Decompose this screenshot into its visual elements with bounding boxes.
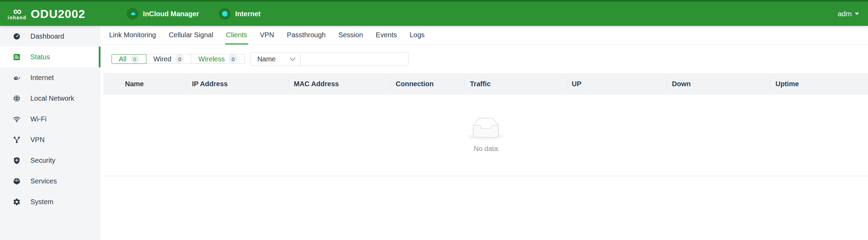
search-field-select[interactable]: Name: [250, 52, 301, 66]
sidebar-item-local-network[interactable]: Local Network: [0, 88, 100, 109]
column-header-mac-address: MAC Address: [288, 73, 390, 94]
internet-icon: e: [13, 74, 21, 82]
tab-events[interactable]: Events: [376, 26, 397, 44]
sidebar-item-services[interactable]: Services: [0, 171, 100, 191]
empty-box-icon: [468, 118, 503, 140]
segment-label: Wired: [153, 55, 171, 63]
brand-logo[interactable]: ∞ inhand ODU2002: [8, 7, 85, 21]
column-header-uptime: Uptime: [770, 73, 868, 94]
sidebar-item-label: Dashboard: [30, 32, 64, 40]
system-gear-icon: [13, 198, 21, 206]
device-model: ODU2002: [31, 7, 85, 21]
internet-status: Internet: [219, 8, 260, 20]
incloud-status-label: InCloud Manager: [143, 10, 199, 18]
tab-vpn[interactable]: VPN: [260, 26, 274, 44]
sidebar: Dashboard Status e Internet: [0, 26, 100, 240]
cloud-icon: [127, 8, 138, 20]
segment-label: All: [119, 55, 126, 63]
sidebar-item-status[interactable]: Status: [0, 47, 100, 67]
sidebar-item-wifi[interactable]: Wi-Fi: [0, 109, 100, 129]
column-header-ip-address: IP Address: [186, 73, 288, 94]
tab-logs[interactable]: Logs: [409, 26, 424, 44]
search-field-value: Name: [257, 55, 276, 63]
tab-bar: Link Monitoring Cellular Signal Clients …: [100, 26, 868, 44]
local-network-icon: [13, 94, 21, 102]
column-header-connection: Connection: [390, 73, 464, 94]
sidebar-item-dashboard[interactable]: Dashboard: [0, 26, 100, 47]
username: adm: [838, 10, 852, 18]
app-header: ∞ inhand ODU2002 InCloud Manager Interne…: [0, 0, 868, 26]
wifi-icon: [13, 115, 21, 123]
table-header-row: Name IP Address MAC Address Connection T…: [104, 73, 868, 94]
sidebar-item-internet[interactable]: e Internet: [0, 67, 100, 88]
segment-wireless-button[interactable]: Wireless 0: [191, 54, 245, 64]
brand-name: inhand: [8, 15, 27, 20]
sidebar-item-label: Status: [30, 53, 50, 61]
incloud-status: InCloud Manager: [127, 8, 199, 20]
sidebar-item-label: Services: [30, 177, 57, 185]
column-header-up: UP: [566, 73, 666, 94]
empty-state: No data: [104, 94, 868, 176]
segment-count-badge: 0: [175, 54, 184, 63]
clients-table: Name IP Address MAC Address Connection T…: [104, 73, 868, 176]
filter-row: All 0 Wired 0 Wireless 0 Name: [112, 52, 868, 66]
tab-session[interactable]: Session: [338, 26, 363, 44]
caret-down-icon: [855, 12, 859, 15]
dot-icon: [219, 8, 231, 20]
sidebar-item-label: Internet: [30, 74, 54, 82]
internet-status-label: Internet: [235, 10, 260, 18]
infinity-logo-icon: ∞: [13, 8, 21, 15]
svg-text:e: e: [14, 74, 18, 81]
services-cube-icon: [13, 177, 21, 185]
segment-wired-button[interactable]: Wired 0: [146, 54, 191, 64]
connection-status-group: InCloud Manager Internet: [127, 8, 261, 20]
search-input[interactable]: [300, 52, 408, 66]
user-menu[interactable]: adm: [838, 10, 859, 18]
segment-label: Wireless: [198, 55, 225, 63]
tab-clients[interactable]: Clients: [226, 26, 247, 44]
tab-passthrough[interactable]: Passthrough: [287, 26, 326, 44]
column-header-down: Down: [666, 73, 770, 94]
dashboard-icon: [13, 32, 21, 40]
security-shield-icon: [13, 157, 21, 164]
sidebar-item-vpn[interactable]: VPN: [0, 129, 100, 150]
sidebar-item-security[interactable]: Security: [0, 150, 100, 171]
vpn-icon: [13, 136, 21, 144]
sidebar-item-label: Wi-Fi: [30, 115, 47, 123]
sidebar-item-label: System: [30, 198, 54, 206]
sidebar-item-label: VPN: [30, 136, 45, 144]
inhand-logo: ∞ inhand: [8, 8, 27, 20]
sidebar-item-label: Local Network: [30, 94, 74, 102]
status-icon: [13, 53, 21, 61]
empty-state-text: No data: [474, 145, 498, 153]
column-header-name: Name: [104, 73, 186, 94]
tab-cellular-signal[interactable]: Cellular Signal: [169, 26, 213, 44]
segment-count-badge: 0: [130, 54, 139, 63]
sidebar-item-system[interactable]: System: [0, 191, 100, 212]
main-content: Link Monitoring Cellular Signal Clients …: [100, 26, 868, 240]
chevron-down-icon: [290, 57, 296, 61]
sidebar-item-label: Security: [30, 157, 55, 164]
search-group: Name: [250, 52, 408, 66]
tab-link-monitoring[interactable]: Link Monitoring: [109, 26, 156, 44]
client-type-segmented-control: All 0 Wired 0 Wireless 0: [112, 54, 245, 64]
segment-all-button[interactable]: All 0: [112, 54, 146, 64]
column-header-traffic: Traffic: [464, 73, 566, 94]
segment-count-badge: 0: [229, 54, 238, 63]
